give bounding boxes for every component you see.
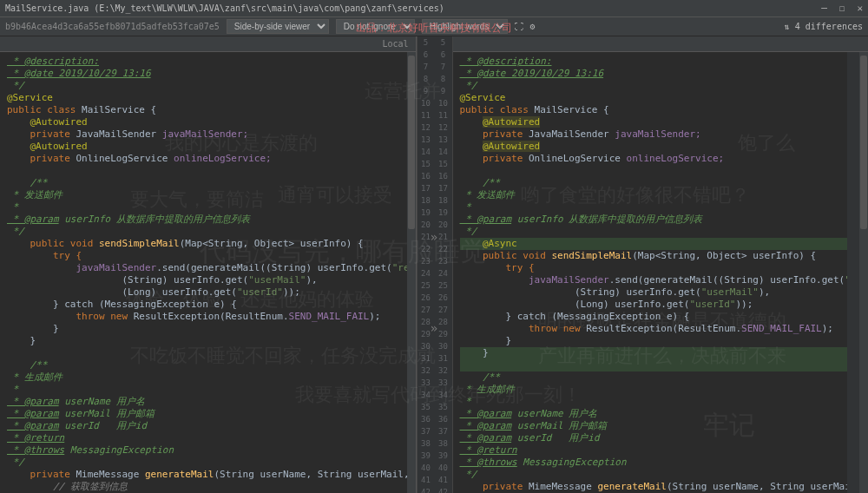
right-pane: * @description: * @date 2019/10/29 13:16…: [453, 36, 869, 493]
scrollbar-vertical[interactable]: [407, 52, 416, 493]
maximize-button[interactable]: ☐: [839, 3, 845, 14]
diff-container: Local * @description: * @date 2019/10/29…: [0, 36, 868, 493]
window-title: MailService.java (E:\My_text\WLW\WLW\JAV…: [5, 3, 821, 13]
revision-hash: b9b46Acea4d3ca6a55efb8071d5adfeb53fca07e…: [5, 22, 220, 31]
left-pane-header: Local: [0, 36, 416, 52]
diff-merge-arrow-icon[interactable]: »: [431, 321, 437, 335]
close-button[interactable]: ✕: [857, 3, 863, 14]
attribution-text: 出品：北京好听音乐科技有限公司: [356, 21, 512, 36]
window-controls: ─ ☐ ✕: [821, 3, 863, 14]
view-mode-select[interactable]: Side-by-side viewer: [227, 19, 329, 34]
line-gutter: 5566778899101011111212131314141515161617…: [417, 36, 453, 493]
scrollbar-vertical[interactable]: [859, 52, 868, 493]
minimap[interactable]: [847, 52, 859, 493]
expand-icon[interactable]: ⛶: [515, 22, 523, 31]
titlebar: MailService.java (E:\My_text\WLW\WLW\JAV…: [0, 0, 868, 17]
right-pane-header: [453, 36, 869, 52]
left-code[interactable]: * @description: * @date 2019/10/29 13:16…: [0, 52, 407, 493]
left-pane: Local * @description: * @date 2019/10/29…: [0, 36, 417, 493]
right-code[interactable]: * @description: * @date 2019/10/29 13:16…: [453, 52, 860, 493]
diff-count: ⇅ 4 differences: [785, 22, 863, 31]
minimize-button[interactable]: ─: [821, 3, 827, 14]
diff-merge-arrow-icon[interactable]: »: [431, 230, 437, 244]
gear-icon[interactable]: ⚙: [530, 22, 536, 31]
